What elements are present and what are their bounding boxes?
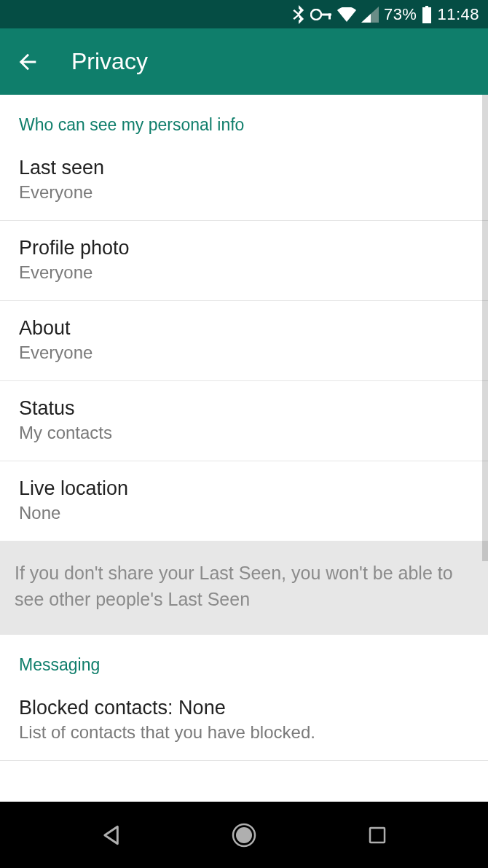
nav-recent-button[interactable] <box>360 818 395 853</box>
setting-subtitle: List of contacts that you have blocked. <box>19 722 469 743</box>
section-header-messaging: Messaging <box>0 635 488 681</box>
setting-value: My contacts <box>19 423 469 443</box>
svg-rect-2 <box>328 13 331 19</box>
setting-value: None <box>19 503 469 523</box>
setting-about[interactable]: About Everyone <box>0 301 488 381</box>
clock-time: 11:48 <box>437 5 479 24</box>
square-recent-icon <box>369 826 386 844</box>
setting-title: Last seen <box>19 157 469 179</box>
scrollbar[interactable] <box>482 95 488 561</box>
svg-rect-4 <box>422 7 431 23</box>
setting-status[interactable]: Status My contacts <box>0 381 488 461</box>
nav-home-button[interactable] <box>227 818 261 853</box>
arrow-back-icon <box>15 50 40 74</box>
setting-value: Everyone <box>19 262 469 283</box>
vpn-key-icon <box>310 9 332 20</box>
setting-live-location[interactable]: Live location None <box>0 461 488 541</box>
nav-back-button[interactable] <box>93 818 128 853</box>
setting-value: Everyone <box>19 343 469 363</box>
circle-home-icon <box>231 822 257 848</box>
page-title: Privacy <box>71 48 148 75</box>
status-bar: 73% 11:48 <box>0 0 488 28</box>
svg-point-6 <box>236 827 252 843</box>
setting-last-seen[interactable]: Last seen Everyone <box>0 141 488 221</box>
battery-icon <box>422 6 432 23</box>
section-header-personal-info: Who can see my personal info <box>0 95 488 141</box>
setting-blocked-contacts[interactable]: Blocked contacts: None List of contacts … <box>0 681 488 761</box>
settings-list[interactable]: Who can see my personal info Last seen E… <box>0 95 488 802</box>
bluetooth-icon <box>292 5 305 24</box>
signal-icon <box>361 7 379 23</box>
back-button[interactable] <box>13 47 42 77</box>
info-note: If you don't share your Last Seen, you w… <box>0 541 488 635</box>
setting-title: Status <box>19 397 469 420</box>
app-bar: Privacy <box>0 28 488 95</box>
setting-profile-photo[interactable]: Profile photo Everyone <box>0 221 488 301</box>
battery-percent: 73% <box>384 5 417 24</box>
setting-title: Blocked contacts: None <box>19 697 469 719</box>
setting-value: Everyone <box>19 182 469 203</box>
setting-title: Live location <box>19 477 469 500</box>
setting-title: Profile photo <box>19 237 469 259</box>
navigation-bar <box>0 802 488 868</box>
svg-point-0 <box>311 9 321 20</box>
wifi-icon <box>337 7 356 22</box>
triangle-back-icon <box>101 825 120 845</box>
svg-rect-7 <box>370 828 385 842</box>
setting-title: About <box>19 317 469 340</box>
